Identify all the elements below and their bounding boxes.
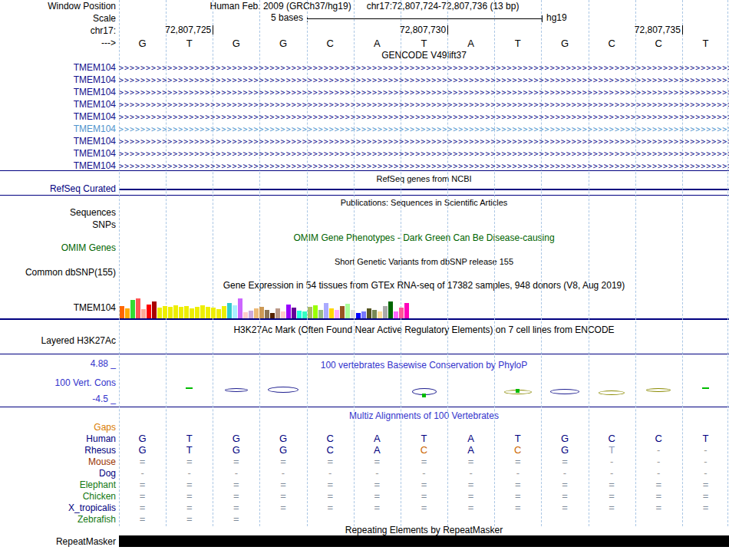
ruler-base: A xyxy=(463,38,479,49)
track-header-gtex: Gene Expression in 54 tissues from GTEx … xyxy=(119,280,729,291)
species-label-chicken[interactable]: Chicken xyxy=(0,491,116,502)
gtex-expression-bar[interactable] xyxy=(356,313,361,318)
gtex-expression-bar[interactable] xyxy=(152,301,157,318)
refseq-curated-track-item[interactable] xyxy=(119,189,729,190)
gtex-expression-bar[interactable] xyxy=(147,305,151,318)
gtex-expression-bar[interactable] xyxy=(351,310,355,318)
gtex-expression-bar[interactable] xyxy=(233,305,237,318)
gtex-expression-bar[interactable] xyxy=(136,298,140,318)
gtex-expression-bar[interactable] xyxy=(372,310,377,318)
gencode-transcript[interactable]: >>>>>>>>>>>>>>>>>>>>>>>>>>>>>>>>>>>>>>>>… xyxy=(119,75,729,85)
gtex-expression-bar[interactable] xyxy=(163,306,167,318)
gtex-expression-bar[interactable] xyxy=(222,306,226,318)
gencode-gene-label[interactable]: TMEM104 xyxy=(0,160,116,171)
gtex-expression-bar[interactable] xyxy=(130,300,135,318)
track-header-repeatmasker: Repeating Elements by RepeatMasker xyxy=(119,525,729,535)
gtex-expression-bar[interactable] xyxy=(378,311,382,318)
gtex-expression-bar[interactable] xyxy=(125,308,130,318)
gencode-gene-label[interactable]: TMEM104 xyxy=(0,124,116,134)
track-label-sequences[interactable]: Sequences xyxy=(0,207,116,218)
track-label-h3k27ac[interactable]: Layered H3K27Ac xyxy=(0,335,116,346)
gtex-expression-bar[interactable] xyxy=(399,308,404,318)
gtex-expression-bar[interactable] xyxy=(259,307,264,318)
species-label-mouse[interactable]: Mouse xyxy=(0,456,116,467)
gtex-expression-bar[interactable] xyxy=(361,311,366,318)
gtex-expression-bar[interactable] xyxy=(297,311,302,318)
alignment-cell: T xyxy=(604,445,619,456)
species-label-human[interactable]: Human xyxy=(0,433,116,444)
repeatmasker-track-item[interactable] xyxy=(119,535,729,547)
gencode-gene-label[interactable]: TMEM104 xyxy=(0,62,116,73)
gtex-expression-bar[interactable] xyxy=(184,306,189,318)
gencode-gene-label[interactable]: TMEM104 xyxy=(0,74,116,85)
gencode-transcript[interactable]: >>>>>>>>>>>>>>>>>>>>>>>>>>>>>>>>>>>>>>>>… xyxy=(119,63,729,73)
gtex-expression-bar[interactable] xyxy=(195,307,200,318)
gtex-expression-bar[interactable] xyxy=(302,311,307,318)
gencode-gene-label[interactable]: TMEM104 xyxy=(0,87,116,97)
gencode-gene-label[interactable]: TMEM104 xyxy=(0,148,116,159)
gtex-expression-bar[interactable] xyxy=(216,309,221,318)
gtex-expression-bar[interactable] xyxy=(265,310,269,318)
gtex-expression-bar[interactable] xyxy=(141,309,146,318)
species-label-elephant[interactable]: Elephant xyxy=(0,479,116,490)
track-label-omim-genes[interactable]: OMIM Genes xyxy=(0,242,116,253)
species-label-rhesus[interactable]: Rhesus xyxy=(0,445,116,456)
gtex-expression-bar[interactable] xyxy=(179,307,183,318)
gtex-expression-bar[interactable] xyxy=(292,308,296,318)
gencode-transcript[interactable]: >>>>>>>>>>>>>>>>>>>>>>>>>>>>>>>>>>>>>>>>… xyxy=(119,112,729,122)
gtex-expression-bar[interactable] xyxy=(345,304,350,318)
species-label-dog[interactable]: Dog xyxy=(0,468,116,479)
gtex-expression-bar[interactable] xyxy=(190,308,194,318)
track-label-100-vert-cons[interactable]: 100 Vert. Cons xyxy=(0,377,116,388)
species-label-zebrafish[interactable]: Zebrafish xyxy=(0,514,116,525)
track-label-refseq-curated[interactable]: RefSeq Curated xyxy=(0,183,116,194)
gtex-expression-bar[interactable] xyxy=(324,303,328,318)
gtex-expression-bar[interactable] xyxy=(281,311,285,318)
alignment-cell: = xyxy=(510,502,526,513)
gtex-expression-bar[interactable] xyxy=(173,305,178,318)
gtex-expression-bar[interactable] xyxy=(286,305,291,318)
gtex-expression-bar[interactable] xyxy=(383,306,388,318)
gtex-expression-bar[interactable] xyxy=(388,301,393,318)
ruler-base: G xyxy=(229,38,244,49)
gencode-transcript[interactable]: >>>>>>>>>>>>>>>>>>>>>>>>>>>>>>>>>>>>>>>>… xyxy=(119,137,729,147)
species-label-gaps[interactable]: Gaps xyxy=(0,422,116,433)
gtex-expression-bar[interactable] xyxy=(367,308,371,318)
gtex-expression-bar[interactable] xyxy=(308,307,312,318)
gtex-expression-bar[interactable] xyxy=(227,303,232,318)
species-label-x-tropicalis[interactable]: X_tropicalis xyxy=(0,502,116,513)
gtex-expression-bar[interactable] xyxy=(157,308,162,318)
gencode-transcript[interactable]: >>>>>>>>>>>>>>>>>>>>>>>>>>>>>>>>>>>>>>>>… xyxy=(119,87,729,97)
track-label-snps[interactable]: SNPs xyxy=(0,219,116,230)
gtex-expression-bar[interactable] xyxy=(275,308,280,318)
alignment-cell: C xyxy=(322,445,338,456)
track-label-repeatmasker[interactable]: RepeatMasker xyxy=(0,536,116,547)
gtex-expression-bar[interactable] xyxy=(335,310,339,318)
gencode-transcript[interactable]: >>>>>>>>>>>>>>>>>>>>>>>>>>>>>>>>>>>>>>>>… xyxy=(119,149,729,159)
gtex-expression-bar[interactable] xyxy=(120,306,124,318)
gtex-expression-bar[interactable] xyxy=(206,307,210,318)
gtex-expression-bar[interactable] xyxy=(238,298,242,318)
gtex-expression-bar[interactable] xyxy=(313,305,318,318)
alignment-cell: C xyxy=(651,433,666,444)
gtex-expression-bar[interactable] xyxy=(318,310,323,318)
gtex-expression-bar[interactable] xyxy=(211,308,216,318)
gtex-expression-bar[interactable] xyxy=(200,305,205,318)
gencode-gene-label[interactable]: TMEM104 xyxy=(0,111,116,122)
gencode-gene-label[interactable]: TMEM104 xyxy=(0,136,116,147)
gencode-transcript[interactable]: >>>>>>>>>>>>>>>>>>>>>>>>>>>>>>>>>>>>>>>>… xyxy=(119,124,729,134)
track-label-common-dbsnp[interactable]: Common dbSNP(155) xyxy=(0,267,116,278)
gtex-expression-bar[interactable] xyxy=(404,303,409,318)
gencode-transcript[interactable]: >>>>>>>>>>>>>>>>>>>>>>>>>>>>>>>>>>>>>>>>… xyxy=(119,161,729,171)
gtex-expression-bar[interactable] xyxy=(254,308,259,318)
gtex-expression-bar[interactable] xyxy=(168,307,173,318)
gtex-expression-bar[interactable] xyxy=(329,308,334,318)
gencode-transcript[interactable]: >>>>>>>>>>>>>>>>>>>>>>>>>>>>>>>>>>>>>>>>… xyxy=(119,100,729,110)
track-label-gtex-gene[interactable]: TMEM104 xyxy=(0,302,116,313)
gtex-expression-bar[interactable] xyxy=(243,312,248,318)
gtex-expression-bar[interactable] xyxy=(340,306,345,318)
gtex-expression-bar[interactable] xyxy=(394,311,398,318)
gtex-expression-bar[interactable] xyxy=(249,311,253,318)
gencode-gene-label[interactable]: TMEM104 xyxy=(0,99,116,110)
gtex-expression-bar[interactable] xyxy=(270,313,275,318)
